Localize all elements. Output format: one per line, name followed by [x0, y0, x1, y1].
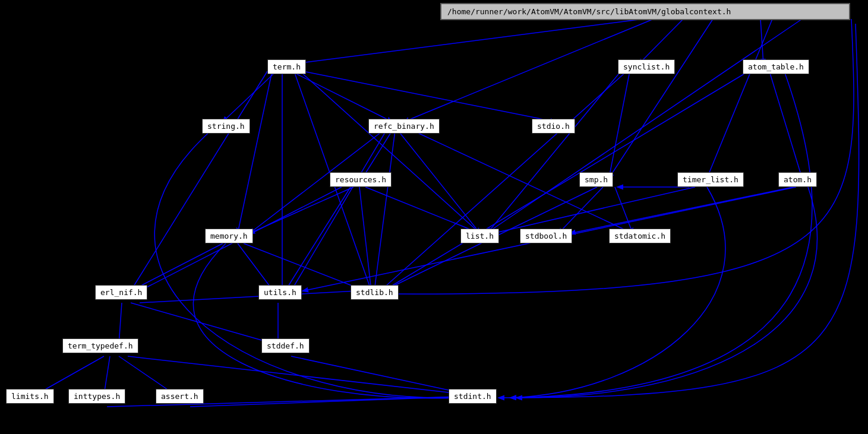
svg-line-10 [238, 71, 272, 233]
node-stdbool-h: stdbool.h [520, 229, 572, 243]
node-refc-binary-h: refc_binary.h [368, 119, 440, 134]
node-stdio-h: stdio.h [532, 119, 575, 134]
svg-line-15 [300, 71, 480, 233]
node-memory-h: memory.h [205, 229, 253, 243]
node-limits-h: limits.h [6, 389, 54, 404]
node-atom-h: atom.h [778, 172, 817, 187]
svg-line-19 [769, 71, 802, 178]
svg-line-40 [244, 243, 365, 291]
dependency-arrows [0, 0, 868, 434]
node-synclist-h: synclist.h [618, 59, 675, 74]
node-utils-h: utils.h [258, 285, 302, 300]
node-timer-list-h: timer_list.h [677, 172, 744, 187]
svg-line-21 [362, 131, 392, 178]
node-term-h: term.h [267, 59, 306, 74]
svg-line-43 [140, 291, 356, 303]
svg-line-8 [223, 71, 276, 122]
node-resources-h: resources.h [330, 172, 392, 187]
svg-line-35 [493, 187, 695, 233]
node-smp-h: smp.h [579, 172, 613, 187]
svg-line-41 [131, 243, 223, 291]
node-stdlib-h: stdlib.h [351, 285, 399, 300]
node-erl-nif-h: erl_nif.h [95, 285, 147, 300]
svg-line-44 [131, 303, 276, 344]
svg-line-25 [398, 131, 480, 233]
svg-line-39 [238, 243, 273, 291]
svg-line-52 [291, 356, 471, 395]
file-path-title: /home/runner/work/AtomVM/AtomVM/src/libA… [440, 3, 850, 20]
node-string-h: string.h [202, 119, 250, 134]
svg-line-11 [131, 71, 267, 291]
svg-line-38 [570, 187, 793, 233]
node-stdint-h: stdint.h [449, 389, 497, 404]
svg-line-32 [558, 187, 603, 233]
svg-line-1 [291, 19, 643, 64]
svg-line-2 [639, 19, 683, 64]
node-list-h: list.h [460, 229, 499, 243]
node-stddef-h: stddef.h [261, 338, 310, 353]
svg-line-6 [707, 19, 772, 178]
node-term-typedef-h: term_typedef.h [62, 338, 138, 353]
svg-line-4 [404, 19, 654, 122]
node-assert-h: assert.h [156, 389, 204, 404]
svg-line-23 [291, 131, 386, 291]
node-atom-table-h: atom_table.h [743, 59, 809, 74]
svg-line-51 [190, 397, 462, 407]
node-stdatomic-h: stdatomic.h [609, 229, 671, 243]
node-inttypes-h: inttypes.h [68, 389, 125, 404]
